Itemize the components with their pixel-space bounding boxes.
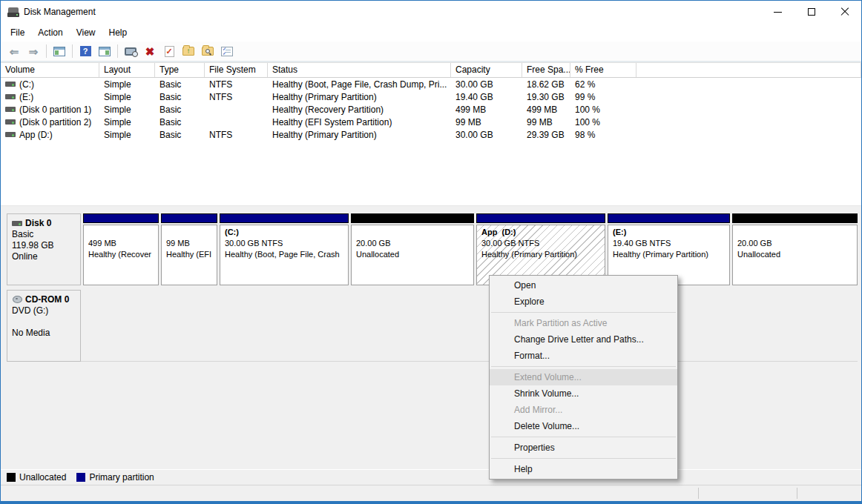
volume-size: 99 MB bbox=[166, 238, 217, 249]
volume-icon bbox=[5, 132, 16, 137]
menu-action[interactable]: Action bbox=[31, 25, 69, 40]
volume-size: 20.00 GB bbox=[737, 238, 857, 249]
table-row[interactable]: (C:) Simple Basic NTFS Healthy (Boot, Pa… bbox=[1, 78, 861, 90]
explore-folder-button[interactable] bbox=[199, 43, 217, 59]
volume-icon bbox=[5, 94, 16, 99]
cdrom-state: No Media bbox=[12, 328, 77, 339]
cell-status: Healthy (Boot, Page File, Crash Dump, Pr… bbox=[268, 79, 451, 90]
disk-size: 119.98 GB bbox=[12, 240, 77, 251]
volume-icon bbox=[5, 82, 16, 87]
minimize-button[interactable] bbox=[761, 1, 794, 23]
column-header-file-system[interactable]: File System bbox=[205, 63, 268, 77]
delete-icon: ✖ bbox=[145, 46, 155, 57]
rescan-disks-button[interactable] bbox=[122, 43, 139, 59]
show-action-pane-button[interactable] bbox=[96, 43, 113, 59]
cell-pct-free: 98 % bbox=[570, 130, 636, 140]
checklist-icon bbox=[221, 47, 233, 56]
cdrom-0-track bbox=[83, 290, 858, 361]
window-title: Disk Management bbox=[24, 7, 96, 17]
volume-block-c[interactable]: (C:) 30.00 GB NTFS Healthy (Boot, Page F… bbox=[220, 213, 349, 285]
pane-splitter[interactable] bbox=[1, 205, 861, 211]
console-tree-icon bbox=[53, 47, 65, 56]
cell-status: Healthy (Primary Partition) bbox=[268, 92, 451, 102]
column-header-capacity[interactable]: Capacity bbox=[451, 63, 522, 77]
maximize-button[interactable] bbox=[794, 1, 828, 23]
forward-icon: ⇒ bbox=[29, 46, 39, 57]
computer-search-icon bbox=[125, 47, 136, 56]
legend-unallocated: Unallocated bbox=[7, 472, 66, 483]
volume-block-recovery[interactable]: 499 MB Healthy (Recover bbox=[83, 213, 159, 285]
menu-item-shrink-volume[interactable]: Shrink Volume... bbox=[490, 385, 677, 402]
volume-title bbox=[356, 227, 473, 238]
column-header-layout[interactable]: Layout bbox=[99, 63, 155, 77]
volume-block-efi[interactable]: 99 MB Healthy (EFI bbox=[161, 213, 217, 285]
back-button[interactable]: ⇐ bbox=[5, 43, 23, 59]
disk-state: Online bbox=[12, 251, 77, 262]
status-bar-divider bbox=[698, 488, 699, 499]
volume-block-unallocated-1[interactable]: 20.00 GB Unallocated bbox=[351, 213, 474, 285]
menu-help[interactable]: Help bbox=[102, 25, 134, 40]
view-options-button[interactable] bbox=[218, 43, 236, 59]
properties-doc-button[interactable]: ✓ bbox=[160, 43, 178, 59]
cell-pct-free: 62 % bbox=[570, 79, 636, 90]
cell-free-space: 19.30 GB bbox=[522, 92, 570, 102]
back-icon: ⇐ bbox=[10, 46, 19, 57]
column-header-pct-free[interactable]: % Free bbox=[570, 63, 636, 77]
menu-item-help[interactable]: Help bbox=[490, 461, 677, 477]
unallocated-color-bar bbox=[351, 213, 474, 223]
menu-item-extend-volume: Extend Volume... bbox=[490, 369, 677, 385]
minimize-icon bbox=[774, 12, 782, 13]
cell-pct-free: 100 % bbox=[570, 105, 636, 115]
cell-free-space: 499 MB bbox=[522, 105, 570, 115]
primary-partition-swatch-icon bbox=[76, 473, 85, 482]
menu-view[interactable]: View bbox=[70, 25, 102, 40]
volume-title: (C:) bbox=[225, 227, 348, 238]
table-row[interactable]: (Disk 0 partition 1) Simple Basic Health… bbox=[1, 103, 861, 116]
disk-0-header[interactable]: Disk 0 Basic 119.98 GB Online bbox=[7, 213, 81, 285]
show-console-tree-button[interactable] bbox=[50, 43, 68, 59]
disk-0-row: Disk 0 Basic 119.98 GB Online 499 MB Hea… bbox=[7, 213, 858, 285]
column-header-type[interactable]: Type bbox=[155, 63, 205, 77]
menu-item-explore[interactable]: Explore bbox=[490, 294, 677, 310]
table-row[interactable]: (Disk 0 partition 2) Simple Basic Health… bbox=[1, 116, 861, 128]
help-button[interactable]: ? bbox=[76, 43, 94, 59]
menu-file[interactable]: File bbox=[4, 25, 31, 40]
cell-capacity: 19.40 GB bbox=[451, 92, 522, 102]
column-header-free-space[interactable]: Free Spa... bbox=[522, 63, 570, 77]
cell-file-system: NTFS bbox=[205, 130, 268, 140]
action-pane-icon bbox=[99, 47, 111, 56]
legend-primary-partition-label: Primary partition bbox=[89, 472, 154, 483]
menu-item-delete-volume[interactable]: Delete Volume... bbox=[490, 418, 677, 434]
forward-button[interactable]: ⇒ bbox=[24, 43, 42, 59]
column-header-volume[interactable]: Volume bbox=[1, 63, 99, 77]
cdrom-0-header[interactable]: CD-ROM 0 DVD (G:) No Media bbox=[7, 290, 81, 362]
open-folder-button[interactable]: ↑ bbox=[180, 43, 197, 59]
close-button[interactable] bbox=[828, 1, 861, 23]
partition-color-bar bbox=[608, 213, 730, 223]
menu-item-open[interactable]: Open bbox=[490, 277, 677, 294]
cell-status: Healthy (EFI System Partition) bbox=[268, 117, 451, 127]
cell-free-space: 18.62 GB bbox=[522, 79, 570, 90]
cell-type: Basic bbox=[155, 105, 205, 115]
menu-item-format[interactable]: Format... bbox=[490, 348, 677, 364]
cell-status: Healthy (Primary Partition) bbox=[268, 130, 451, 140]
cdrom-icon bbox=[12, 296, 22, 305]
table-row[interactable]: (E:) Simple Basic NTFS Healthy (Primary … bbox=[1, 90, 861, 103]
volume-list: Volume Layout Type File System Status Ca… bbox=[1, 62, 861, 205]
cell-layout: Simple bbox=[99, 79, 155, 90]
volume-title: (E:) bbox=[613, 227, 729, 238]
volume-block-unallocated-2[interactable]: 20.00 GB Unallocated bbox=[732, 213, 858, 285]
cdrom-kind: DVD (G:) bbox=[12, 305, 77, 316]
menu-item-properties[interactable]: Properties bbox=[490, 440, 677, 456]
legend-bar: Unallocated Primary partition bbox=[1, 469, 861, 485]
unallocated-color-bar bbox=[732, 213, 858, 223]
check-document-icon: ✓ bbox=[165, 46, 174, 57]
column-header-status[interactable]: Status bbox=[268, 63, 451, 77]
status-bar bbox=[1, 485, 861, 501]
volume-status: Healthy (Primary Partition) bbox=[613, 249, 729, 260]
table-row[interactable]: App (D:) Simple Basic NTFS Healthy (Prim… bbox=[1, 128, 861, 141]
delete-button[interactable]: ✖ bbox=[141, 43, 159, 59]
cell-free-space: 99 MB bbox=[522, 117, 570, 127]
disk-name: Disk 0 bbox=[25, 218, 51, 229]
menu-item-change-drive-letter[interactable]: Change Drive Letter and Paths... bbox=[490, 331, 677, 348]
